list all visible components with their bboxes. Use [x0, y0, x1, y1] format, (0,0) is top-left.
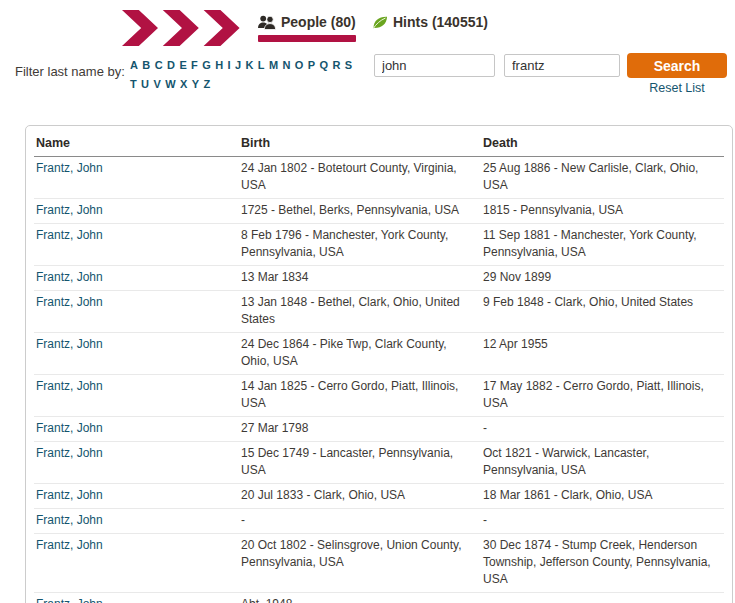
person-name-link[interactable]: Frantz, John	[36, 161, 103, 175]
letter-link-T[interactable]: T	[130, 78, 137, 90]
death-cell: -	[481, 593, 724, 603]
table-row: Frantz, John8 Feb 1796 - Manchester, Yor…	[34, 224, 724, 266]
letter-link-X[interactable]: X	[180, 78, 188, 90]
person-name-link[interactable]: Frantz, John	[36, 337, 103, 351]
birth-cell: Abt. 1948	[239, 593, 481, 603]
filter-label: Filter last name by:	[15, 64, 125, 79]
death-cell: -	[481, 417, 724, 442]
person-name-link[interactable]: Frantz, John	[36, 203, 103, 217]
letter-link-K[interactable]: K	[245, 59, 253, 71]
letter-link-L[interactable]: L	[258, 59, 265, 71]
tab-people[interactable]: People (80)	[258, 14, 356, 42]
birth-cell: 13 Mar 1834	[239, 266, 481, 291]
death-cell: 18 Mar 1861 - Clark, Ohio, USA	[481, 484, 724, 509]
birth-cell: 24 Dec 1864 - Pike Twp, Clark County, Oh…	[239, 333, 481, 375]
birth-cell: 13 Jan 1848 - Bethel, Clark, Ohio, Unite…	[239, 291, 481, 333]
letter-link-W[interactable]: W	[165, 78, 176, 90]
death-cell: 12 Apr 1955	[481, 333, 724, 375]
letter-link-O[interactable]: O	[295, 59, 304, 71]
person-name-link[interactable]: Frantz, John	[36, 228, 103, 242]
letter-link-C[interactable]: C	[155, 59, 163, 71]
death-cell: -	[481, 509, 724, 534]
letter-link-R[interactable]: R	[332, 59, 340, 71]
person-name-link[interactable]: Frantz, John	[36, 488, 103, 502]
death-cell: 29 Nov 1899	[481, 266, 724, 291]
letter-link-F[interactable]: F	[191, 59, 198, 71]
person-name-link[interactable]: Frantz, John	[36, 421, 103, 435]
letter-link-Q[interactable]: Q	[320, 59, 329, 71]
table-row: Frantz, John--	[34, 509, 724, 534]
birth-cell: 24 Jan 1802 - Botetourt County, Virginia…	[239, 157, 481, 199]
table-row: Frantz, John24 Dec 1864 - Pike Twp, Clar…	[34, 333, 724, 375]
table-row: Frantz, JohnAbt. 1948-	[34, 593, 724, 603]
letter-link-D[interactable]: D	[167, 59, 175, 71]
person-name-link[interactable]: Frantz, John	[36, 513, 103, 527]
tab-people-label: People (80)	[281, 14, 356, 30]
birth-cell: 20 Oct 1802 - Selinsgrove, Union County,…	[239, 534, 481, 593]
birth-cell: 14 Jan 1825 - Cerro Gordo, Piatt, Illino…	[239, 375, 481, 417]
first-name-input[interactable]	[374, 54, 495, 77]
birth-cell: 20 Jul 1833 - Clark, Ohio, USA	[239, 484, 481, 509]
person-name-link[interactable]: Frantz, John	[36, 597, 103, 603]
search-button[interactable]: Search	[627, 53, 727, 78]
table-row: Frantz, John1725 - Bethel, Berks, Pennsy…	[34, 199, 724, 224]
letter-link-S[interactable]: S	[345, 59, 353, 71]
leaf-icon	[372, 15, 388, 30]
last-name-input[interactable]	[504, 54, 620, 77]
table-row: Frantz, John24 Jan 1802 - Botetourt Coun…	[34, 157, 724, 199]
results-table: Name Birth Death Frantz, John24 Jan 1802…	[34, 132, 724, 603]
results-table-container: Name Birth Death Frantz, John24 Jan 1802…	[25, 125, 733, 603]
active-tab-underline	[258, 35, 356, 42]
letter-row-1: ABCDEFGHIJKLMNOPQRS	[130, 55, 370, 74]
death-cell: 1815 - Pennsylvania, USA	[481, 199, 724, 224]
birth-cell: 27 Mar 1798	[239, 417, 481, 442]
letter-link-Z[interactable]: Z	[203, 78, 210, 90]
death-cell: Oct 1821 - Warwick, Lancaster, Pennsylva…	[481, 442, 724, 484]
person-name-link[interactable]: Frantz, John	[36, 538, 103, 552]
letter-link-Y[interactable]: Y	[192, 78, 200, 90]
site-logo-chevrons-icon	[118, 10, 246, 46]
table-row: Frantz, John13 Mar 183429 Nov 1899	[34, 266, 724, 291]
letter-filter-list: ABCDEFGHIJKLMNOPQRS TUVWXYZ	[130, 55, 370, 93]
person-name-link[interactable]: Frantz, John	[36, 295, 103, 309]
letter-link-M[interactable]: M	[269, 59, 278, 71]
death-cell: 25 Aug 1886 - New Carlisle, Clark, Ohio,…	[481, 157, 724, 199]
table-header-row: Name Birth Death	[34, 132, 724, 157]
letter-link-B[interactable]: B	[142, 59, 150, 71]
death-cell: 9 Feb 1848 - Clark, Ohio, United States	[481, 291, 724, 333]
letter-link-N[interactable]: N	[283, 59, 291, 71]
death-cell: 30 Dec 1874 - Stump Creek, Henderson Tow…	[481, 534, 724, 593]
results-body: Frantz, John24 Jan 1802 - Botetourt Coun…	[34, 157, 724, 603]
table-row: Frantz, John14 Jan 1825 - Cerro Gordo, P…	[34, 375, 724, 417]
people-search-page: People (80) Hints (140551) Filter last n…	[0, 0, 735, 603]
person-name-link[interactable]: Frantz, John	[36, 270, 103, 284]
letter-link-I[interactable]: I	[228, 59, 231, 71]
column-header-name: Name	[34, 132, 239, 157]
column-header-birth: Birth	[239, 132, 481, 157]
death-cell: 17 May 1882 - Cerro Gordo, Piatt, Illino…	[481, 375, 724, 417]
letter-link-P[interactable]: P	[308, 59, 316, 71]
death-cell: 11 Sep 1881 - Manchester, York County, P…	[481, 224, 724, 266]
letter-link-H[interactable]: H	[215, 59, 223, 71]
column-header-death: Death	[481, 132, 724, 157]
letter-link-J[interactable]: J	[235, 59, 241, 71]
birth-cell: 15 Dec 1749 - Lancaster, Pennsylvania, U…	[239, 442, 481, 484]
reset-list-link[interactable]: Reset List	[627, 81, 727, 95]
birth-cell: 1725 - Bethel, Berks, Pennsylvania, USA	[239, 199, 481, 224]
birth-cell: 8 Feb 1796 - Manchester, York County, Pe…	[239, 224, 481, 266]
table-row: Frantz, John15 Dec 1749 - Lancaster, Pen…	[34, 442, 724, 484]
letter-link-A[interactable]: A	[130, 59, 138, 71]
person-name-link[interactable]: Frantz, John	[36, 379, 103, 393]
letter-link-U[interactable]: U	[141, 78, 149, 90]
person-name-link[interactable]: Frantz, John	[36, 446, 103, 460]
tab-hints-label: Hints (140551)	[393, 14, 488, 30]
table-row: Frantz, John20 Oct 1802 - Selinsgrove, U…	[34, 534, 724, 593]
letter-link-G[interactable]: G	[202, 59, 211, 71]
letter-link-E[interactable]: E	[179, 59, 187, 71]
letter-row-2: TUVWXYZ	[130, 74, 370, 93]
table-row: Frantz, John13 Jan 1848 - Bethel, Clark,…	[34, 291, 724, 333]
tab-hints[interactable]: Hints (140551)	[372, 14, 488, 30]
birth-cell: -	[239, 509, 481, 534]
table-row: Frantz, John27 Mar 1798-	[34, 417, 724, 442]
letter-link-V[interactable]: V	[153, 78, 161, 90]
